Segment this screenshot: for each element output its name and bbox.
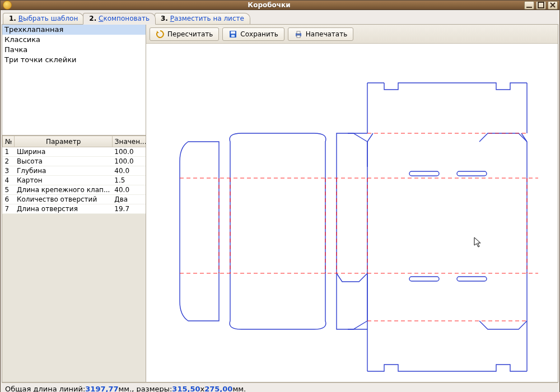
table-row[interactable]: 5Длина крепежного клап...40.0 [3, 185, 146, 195]
cell-name: Ширина [15, 147, 112, 157]
template-item[interactable]: Пачка [2, 45, 146, 55]
save-button[interactable]: Сохранить [222, 27, 284, 41]
app-icon [3, 1, 12, 10]
cell-num: 6 [3, 195, 15, 204]
box-drawing [146, 44, 558, 382]
recalc-label: Пересчитать [167, 30, 213, 38]
cell-num: 1 [3, 147, 15, 157]
cell-value[interactable]: 100.0 [112, 147, 146, 157]
app-window: Коробочки 1. Выбрать шаблон 2. Скомпонов… [0, 0, 560, 392]
status-length: 3197,77 [85, 385, 118, 392]
save-icon [228, 30, 237, 39]
cell-name: Глубина [15, 166, 112, 176]
window-title: Коробочки [14, 1, 524, 9]
cell-name: Длина отверстия [15, 204, 112, 214]
close-button[interactable] [548, 1, 558, 10]
template-item[interactable]: Классика [2, 35, 146, 45]
table-row[interactable]: 6Количество отверстийДва [3, 195, 146, 204]
drawing-canvas[interactable] [146, 44, 558, 382]
minimize-button[interactable] [524, 1, 534, 10]
col-value[interactable]: Значен... [112, 136, 146, 147]
param-table: № Параметр Значен... 1Ширина100.02Высота… [2, 136, 146, 382]
template-item[interactable]: Трехклапанная [2, 25, 146, 35]
svg-rect-4 [231, 35, 235, 37]
content-area: 1. Выбрать шаблон 2. Скомпоновать 3. Раз… [1, 10, 559, 392]
cell-name: Количество отверстий [15, 195, 112, 204]
recalc-icon [156, 30, 165, 39]
statusbar: Общая длина линий: 3197,77 мм., размеры:… [2, 382, 558, 392]
cell-num: 7 [3, 204, 15, 214]
cell-num: 5 [3, 185, 15, 195]
col-num[interactable]: № [3, 136, 15, 147]
table-row[interactable]: 2Высота100.0 [3, 157, 146, 166]
table-row[interactable]: 1Ширина100.0 [3, 147, 146, 157]
cell-num: 3 [3, 166, 15, 176]
svg-rect-1 [538, 2, 544, 8]
cell-value[interactable]: 1.5 [112, 176, 146, 185]
print-label: Напечатать [306, 30, 347, 38]
svg-rect-3 [231, 31, 235, 34]
maximize-icon [536, 1, 545, 10]
cell-name: Картон [15, 176, 112, 185]
cell-value[interactable]: 40.0 [112, 185, 146, 195]
tab-choose-template[interactable]: 1. Выбрать шаблон [3, 13, 84, 24]
cell-num: 4 [3, 176, 15, 185]
tab-compose[interactable]: 2. Скомпоновать [83, 13, 156, 25]
save-label: Сохранить [240, 30, 278, 38]
minimize-icon [525, 1, 534, 10]
tabs-row: 1. Выбрать шаблон 2. Скомпоновать 3. Раз… [2, 11, 558, 25]
cell-value[interactable]: 40.0 [112, 166, 146, 176]
cell-value[interactable]: 100.0 [112, 157, 146, 166]
table-row[interactable]: 4Картон1.5 [3, 176, 146, 185]
left-pane: Трехклапанная Классика Пачка Три точки с… [2, 25, 146, 382]
status-width: 315,50 [172, 385, 200, 392]
table-row[interactable]: 7Длина отверстия19.7 [3, 204, 146, 214]
template-list[interactable]: Трехклапанная Классика Пачка Три точки с… [2, 25, 146, 136]
tab-layout-sheet[interactable]: 3. Разместить на листе [155, 13, 250, 24]
right-pane: Пересчитать Сохранить [146, 25, 558, 382]
toolbar: Пересчитать Сохранить [146, 25, 558, 44]
maximize-button[interactable] [536, 1, 546, 10]
status-height: 275,00 [204, 385, 232, 392]
cell-num: 2 [3, 157, 15, 166]
close-icon [548, 1, 557, 10]
svg-rect-0 [526, 7, 532, 8]
table-row[interactable]: 3Глубина40.0 [3, 166, 146, 176]
svg-rect-6 [297, 31, 300, 34]
print-button[interactable]: Напечатать [288, 27, 353, 41]
recalc-button[interactable]: Пересчитать [150, 27, 219, 41]
cell-name: Длина крепежного клап... [15, 185, 112, 195]
svg-rect-7 [297, 35, 300, 38]
titlebar[interactable]: Коробочки [1, 1, 559, 10]
body-row: Трехклапанная Классика Пачка Три точки с… [2, 25, 558, 382]
print-icon [294, 30, 303, 39]
cell-value[interactable]: 19.7 [112, 204, 146, 214]
template-item[interactable]: Три точки склейки [2, 55, 146, 65]
col-name[interactable]: Параметр [15, 136, 112, 147]
cell-value[interactable]: Два [112, 195, 146, 204]
cell-name: Высота [15, 157, 112, 166]
